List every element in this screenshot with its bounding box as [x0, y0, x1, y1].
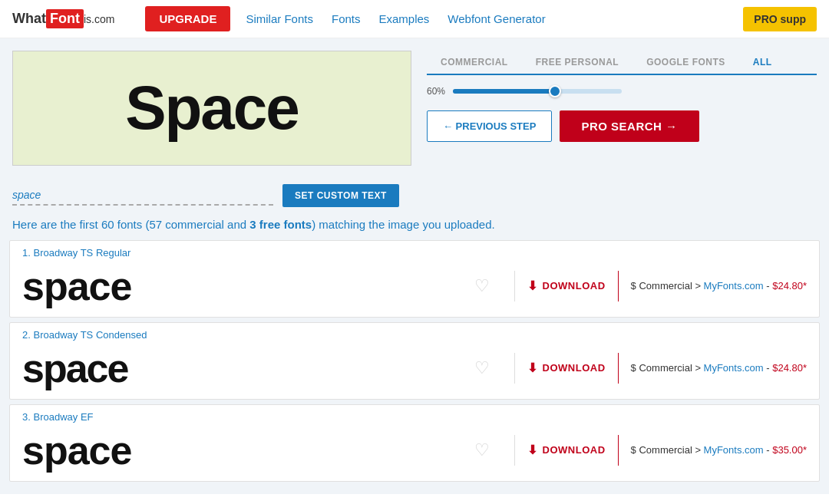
font-preview-2: space [22, 345, 474, 391]
divider-v2-2 [618, 353, 619, 384]
font-name-1: 1. Broadway TS Regular [10, 241, 819, 259]
filter-tabs: COMMERCIAL FREE PERSONAL GOOGLE FONTS AL… [427, 51, 817, 75]
upgrade-button[interactable]: UPGRADE [145, 6, 230, 31]
download-icon-2: ⬇ [527, 361, 538, 375]
tab-commercial[interactable]: COMMERCIAL [427, 51, 522, 74]
nav-fonts[interactable]: Fonts [332, 12, 361, 25]
font-name-2: 2. Broadway TS Condensed [10, 323, 819, 341]
price-info-2: $ Commercial > MyFonts.com - $24.80* [631, 362, 807, 374]
divider-3 [514, 435, 515, 466]
logo-font: Font [46, 9, 84, 28]
action-buttons: ← PREVIOUS STEP PRO SEARCH → [427, 110, 817, 142]
favorite-icon-2[interactable]: ♡ [474, 358, 490, 378]
tab-google-fonts[interactable]: GOOGLE FONTS [632, 51, 739, 74]
prev-step-button[interactable]: ← PREVIOUS STEP [427, 110, 552, 142]
price-info-3: $ Commercial > MyFonts.com - $35.00* [631, 444, 807, 456]
slider-thumb[interactable] [549, 85, 561, 97]
slider-value-label: 60% [427, 86, 445, 97]
nav-webfont-generator[interactable]: Webfont Generator [448, 12, 545, 25]
results-free-highlight: 3 free fonts [249, 218, 312, 231]
pro-supp-button[interactable]: PRO supp [743, 7, 817, 31]
logo-iscom: is.com [84, 13, 114, 25]
custom-text-row: SET CUSTOM TEXT [0, 178, 829, 210]
slider-fill [453, 89, 554, 94]
price-amount-3: $35.00* [772, 444, 807, 456]
preview-text: Space [125, 73, 299, 143]
image-preview: Space [12, 51, 411, 166]
font-preview-3: space [22, 427, 474, 473]
favorite-icon-3[interactable]: ♡ [474, 440, 490, 460]
font-item: 2. Broadway TS Condensed space ♡ ⬇ DOWNL… [9, 322, 820, 400]
font-item-body-3: space ♡ ⬇ DOWNLOAD $ Commercial > MyFont… [10, 423, 819, 481]
price-info-1: $ Commercial > MyFonts.com - $24.80* [631, 280, 807, 292]
logo[interactable]: WhatFont is.com [12, 9, 114, 28]
custom-text-input[interactable] [12, 186, 273, 206]
nav-similar-fonts[interactable]: Similar Fonts [246, 12, 313, 25]
font-name-3: 3. Broadway EF [10, 405, 819, 423]
price-amount-2: $24.80* [772, 362, 807, 374]
download-button-1[interactable]: ⬇ DOWNLOAD [527, 278, 606, 293]
divider-1 [514, 271, 515, 301]
controls-panel: COMMERCIAL FREE PERSONAL GOOGLE FONTS AL… [427, 51, 817, 166]
pro-search-button[interactable]: PRO SEARCH → [560, 110, 699, 142]
font-list: 1. Broadway TS Regular space ♡ ⬇ DOWNLOA… [0, 240, 829, 482]
font-item-body-1: space ♡ ⬇ DOWNLOAD $ Commercial > MyFont… [10, 259, 819, 317]
font-item-body-2: space ♡ ⬇ DOWNLOAD $ Commercial > MyFont… [10, 341, 819, 399]
price-link-2[interactable]: MyFonts.com [704, 362, 764, 374]
price-link-3[interactable]: MyFonts.com [704, 444, 764, 456]
slider-row: 60% [427, 86, 817, 97]
results-text-2: ) matching the image you uploaded. [312, 218, 494, 231]
font-item: 1. Broadway TS Regular space ♡ ⬇ DOWNLOA… [9, 240, 820, 318]
nav-links: Similar Fonts Fonts Examples Webfont Gen… [246, 12, 728, 25]
results-summary: Here are the first 60 fonts (57 commerci… [0, 210, 829, 240]
download-button-2[interactable]: ⬇ DOWNLOAD [527, 361, 606, 375]
header: WhatFont is.com UPGRADE Similar Fonts Fo… [0, 0, 829, 38]
set-custom-text-button[interactable]: SET CUSTOM TEXT [282, 184, 399, 207]
divider-v2-3 [618, 435, 619, 466]
divider-v2-1 [618, 271, 619, 301]
download-icon-3: ⬇ [527, 443, 538, 457]
download-icon-1: ⬇ [527, 278, 538, 293]
divider-2 [514, 353, 515, 384]
logo-what: What [12, 11, 46, 27]
main-content: Space COMMERCIAL FREE PERSONAL GOOGLE FO… [0, 38, 829, 178]
price-link-1[interactable]: MyFonts.com [704, 280, 764, 292]
download-button-3[interactable]: ⬇ DOWNLOAD [527, 443, 606, 457]
tab-free-personal[interactable]: FREE PERSONAL [522, 51, 633, 74]
font-item: 3. Broadway EF space ♡ ⬇ DOWNLOAD $ Comm… [9, 404, 820, 482]
tab-all[interactable]: ALL [739, 51, 786, 75]
similarity-slider[interactable] [453, 89, 622, 94]
price-amount-1: $24.80* [772, 280, 807, 292]
font-preview-1: space [22, 263, 474, 309]
favorite-icon-1[interactable]: ♡ [474, 276, 490, 296]
nav-examples[interactable]: Examples [379, 12, 430, 25]
results-text-1: Here are the first 60 fonts (57 commerci… [12, 218, 249, 231]
